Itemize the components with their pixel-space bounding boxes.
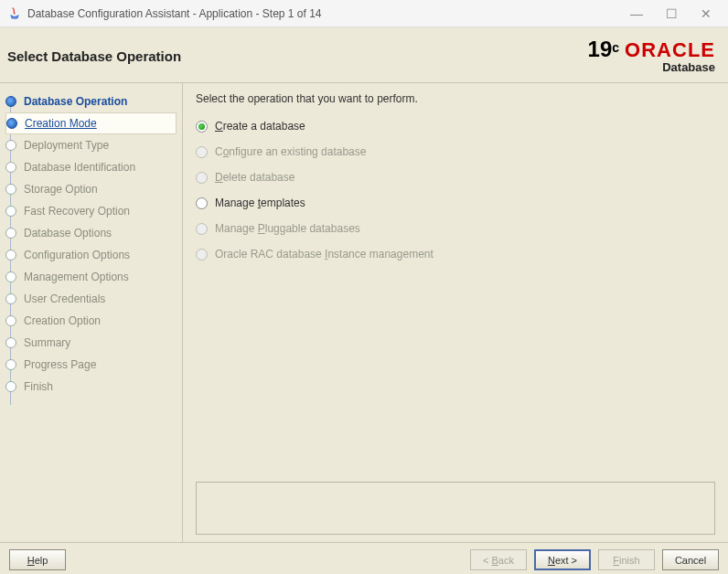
logo-brand: ORACLE <box>625 40 715 60</box>
step-bullet-icon <box>5 315 16 326</box>
step-label: Storage Option <box>24 183 98 196</box>
step-bullet-icon <box>5 96 16 107</box>
step-bullet-icon <box>5 359 16 370</box>
wizard-step: Progress Page <box>5 354 182 376</box>
step-label: Database Options <box>24 227 112 239</box>
radio-label: Oracle RAC database Instance management <box>215 248 434 260</box>
radio-icon <box>196 146 208 158</box>
step-label: Finish <box>24 380 53 393</box>
step-label: Deployment Type <box>24 139 109 152</box>
window-controls: — ☐ ✕ <box>627 6 721 21</box>
logo-version: 19 <box>588 37 613 61</box>
wizard-step[interactable]: Creation Mode <box>5 112 177 134</box>
radio-icon <box>196 197 208 209</box>
step-bullet-icon <box>5 206 16 217</box>
step-label: Summary <box>24 336 70 349</box>
java-icon <box>7 6 22 21</box>
finish-button: Finish <box>598 549 655 570</box>
wizard-step: Management Options <box>5 266 182 288</box>
body: Database OperationCreation ModeDeploymen… <box>0 83 728 542</box>
step-label: Creation Option <box>24 314 101 327</box>
wizard-step: User Credentials <box>5 288 182 310</box>
wizard-step: Fast Recovery Option <box>5 200 182 222</box>
step-bullet-icon <box>5 271 16 282</box>
maximize-button[interactable]: ☐ <box>662 6 680 21</box>
operation-radio: Manage Pluggable databases <box>196 222 715 235</box>
wizard-step: Configuration Options <box>5 244 182 266</box>
radio-label: Manage templates <box>215 197 305 209</box>
cancel-button[interactable]: Cancel <box>662 549 719 570</box>
back-button: < Back <box>470 549 527 570</box>
step-label: Management Options <box>24 271 129 283</box>
footer: Help < Back Next > Finish Cancel <box>0 542 728 574</box>
close-button[interactable]: ✕ <box>697 6 715 21</box>
step-bullet-icon <box>5 250 16 260</box>
message-area <box>196 482 715 535</box>
wizard-sidebar: Database OperationCreation ModeDeploymen… <box>0 83 183 542</box>
step-label: Database Identification <box>24 161 135 174</box>
page-title: Select Database Operation <box>7 48 181 64</box>
step-label: Progress Page <box>24 358 96 371</box>
help-button[interactable]: Help <box>9 549 66 570</box>
step-bullet-icon <box>5 337 16 348</box>
wizard-step: Finish <box>5 376 182 398</box>
main-panel: Select the operation that you want to pe… <box>183 83 728 542</box>
step-label: User Credentials <box>24 292 105 305</box>
instruction-text: Select the operation that you want to pe… <box>196 92 715 105</box>
radio-label: Configure an existing database <box>215 145 366 158</box>
wizard-step: Summary <box>5 332 182 354</box>
step-bullet-icon <box>5 381 16 392</box>
help-mnemonic: H <box>27 555 35 566</box>
window-title: Database Configuration Assistant - Appli… <box>27 7 627 20</box>
step-bullet-icon <box>5 228 16 239</box>
operation-radio: Delete database <box>196 171 715 184</box>
step-label: Database Operation <box>24 95 127 108</box>
step-bullet-icon <box>5 184 16 195</box>
step-label: Configuration Options <box>24 249 130 261</box>
operation-radio: Oracle RAC database Instance management <box>196 248 715 260</box>
step-bullet-icon <box>6 118 17 129</box>
step-bullet-icon <box>5 293 16 304</box>
oracle-logo: 19c ORACLE Database <box>588 38 715 73</box>
radio-label: Create a database <box>215 120 305 133</box>
step-bullet-icon <box>5 140 16 151</box>
logo-product: Database <box>588 61 715 73</box>
radio-icon <box>196 121 208 133</box>
operation-radio[interactable]: Manage templates <box>196 197 715 209</box>
operation-radio[interactable]: Create a database <box>196 120 715 133</box>
next-button[interactable]: Next > <box>534 549 591 570</box>
wizard-step: Deployment Type <box>5 134 182 156</box>
step-label: Creation Mode <box>25 117 97 130</box>
wizard-step: Creation Option <box>5 310 182 332</box>
wizard-step: Database Options <box>5 222 182 244</box>
radio-icon <box>196 249 208 260</box>
titlebar: Database Configuration Assistant - Appli… <box>0 0 728 27</box>
operation-radio: Configure an existing database <box>196 145 715 158</box>
radio-label: Manage Pluggable databases <box>215 222 360 235</box>
radio-icon <box>196 172 208 184</box>
wizard-step: Storage Option <box>5 178 182 200</box>
minimize-button[interactable]: — <box>627 6 646 21</box>
help-rest: elp <box>35 555 48 566</box>
wizard-step[interactable]: Database Operation <box>5 90 182 112</box>
operation-options: Create a databaseConfigure an existing d… <box>196 120 715 260</box>
radio-label: Delete database <box>215 171 294 184</box>
header: Select Database Operation 19c ORACLE Dat… <box>0 27 728 82</box>
logo-version-sup: c <box>612 40 619 55</box>
step-label: Fast Recovery Option <box>24 205 130 218</box>
radio-icon <box>196 223 208 235</box>
step-bullet-icon <box>5 162 16 173</box>
wizard-step: Database Identification <box>5 156 182 178</box>
